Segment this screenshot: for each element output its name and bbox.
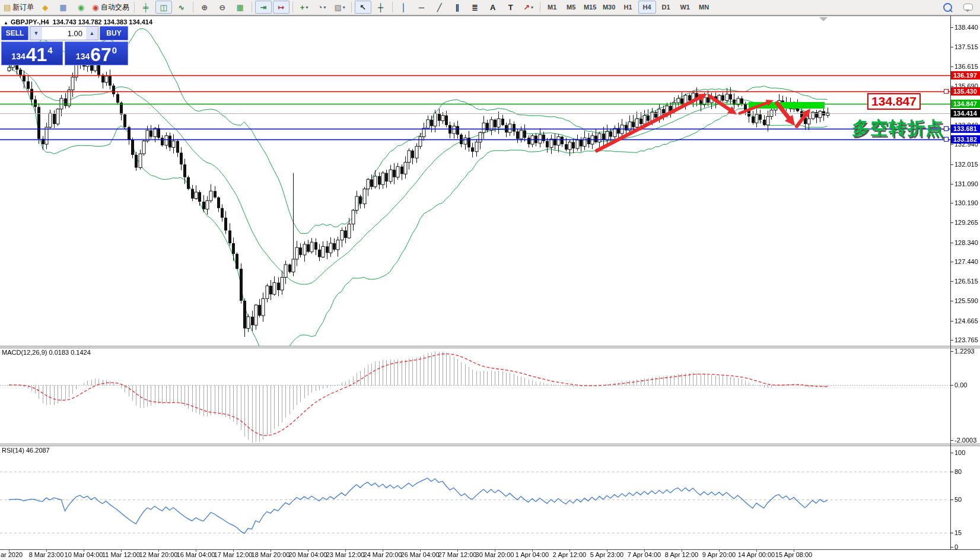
price-axis-tick: 136.615 (954, 63, 978, 70)
turning-point-annotation[interactable]: 多空转折点 (852, 116, 944, 141)
horizontal-line-button[interactable]: ─ (413, 1, 430, 14)
chart-window-icon[interactable]: ▦ (55, 1, 71, 14)
price-axis-tick: 130.190 (954, 199, 978, 206)
text-label-icon: T (508, 3, 513, 12)
timeframe-h1-button[interactable]: H1 (619, 1, 637, 14)
vertical-line-icon: │ (402, 3, 406, 12)
cursor-button[interactable]: ↖ (355, 1, 371, 14)
zoom-out-button[interactable]: ⊖ (214, 1, 231, 14)
volume-decrease-button[interactable]: ▼ (30, 27, 42, 40)
sell-price-panel[interactable]: 134 41 4 (1, 42, 63, 65)
autotrade-button-label: 自动交易 (101, 2, 129, 12)
macd-axis-tick: 1.2293 (954, 348, 975, 355)
signal-icon[interactable]: ◉ (72, 1, 89, 14)
vertical-line-button[interactable]: │ (396, 1, 412, 14)
periods-button-dropdown-icon[interactable]: ▾ (324, 5, 326, 10)
timeframe-w1-button[interactable]: W1 (676, 1, 694, 14)
new-order-icon: ▤ (4, 3, 11, 12)
time-axis-label: 15 Apr 08:00 (767, 551, 820, 558)
sell-price-pip: 4 (47, 45, 52, 55)
macd-axis-tick: -2.0003 (954, 437, 976, 444)
one-click-trading-panel: SELL ▼ 1.00 ▲ BUY 134 41 4 134 67 0 (1, 26, 128, 65)
toolbar: ▤新订单◆▦◉◉自动交易╪◫∿⊕⊖▦⇥↦+▾◔▾▧▾↖┼│─╱∥≣AT↗▾M1M… (0, 0, 980, 15)
tile-windows-button[interactable]: ▦ (232, 1, 249, 14)
text-label-button[interactable]: T (502, 1, 519, 14)
timeframe-m30-button[interactable]: M30 (600, 1, 618, 14)
templates-icon: ▧ (334, 3, 341, 12)
indicators-button-dropdown-icon[interactable]: ▾ (306, 5, 308, 10)
timeframe-d1-button[interactable]: D1 (657, 1, 675, 14)
rsi-axis-tick: 80 (954, 468, 962, 475)
price-axis-tick: 127.440 (954, 258, 978, 265)
ohlc-values: 134.743 134.782 134.383 134.414 (53, 18, 152, 26)
new-order-button[interactable]: ▤新订单 (2, 1, 36, 14)
arrows-button-dropdown-icon[interactable]: ▾ (531, 5, 533, 10)
buy-price-main: 67 (90, 47, 112, 62)
horizontal-line-icon: ─ (419, 3, 424, 12)
zoom-in-button[interactable]: ⊕ (196, 1, 213, 14)
periods-icon: ◔ (318, 3, 323, 12)
fibonacci-button[interactable]: ≣ (467, 1, 483, 14)
collapse-triangle-icon[interactable]: ▲ (4, 20, 8, 26)
bar-chart-button[interactable]: ╪ (138, 1, 154, 14)
price-axis-tick: 125.590 (954, 297, 978, 304)
zoom-in-icon: ⊕ (201, 3, 208, 12)
trendline-button[interactable]: ╱ (431, 1, 448, 14)
price-badge: 135.430 (951, 87, 980, 96)
line-chart-button[interactable]: ∿ (173, 1, 190, 14)
buy-price-panel[interactable]: 134 67 0 (65, 42, 128, 65)
chart-shift-icon: ↦ (278, 3, 284, 12)
periods-button[interactable]: ◔▾ (314, 1, 330, 14)
sell-price-main: 41 (26, 47, 47, 62)
timeframe-mn-button[interactable]: MN (695, 1, 713, 14)
funnel-icon-icon: ◆ (42, 3, 48, 12)
candlestick-chart-icon: ◫ (160, 3, 167, 12)
toolbar-separator (252, 2, 252, 12)
chat-icon (963, 4, 973, 11)
sell-button[interactable]: SELL (1, 26, 28, 40)
tile-windows-icon: ▦ (236, 3, 243, 12)
rsi-label: RSI(14) 46.2087 (2, 447, 50, 454)
toolbar-separator (540, 2, 540, 12)
timeframe-m5-button[interactable]: M5 (562, 1, 580, 14)
volume-increase-button[interactable]: ▲ (86, 27, 98, 40)
rsi-axis-tick: 15 (954, 529, 962, 536)
price-callout-label[interactable]: 134.847 (867, 93, 921, 110)
buy-button[interactable]: BUY (100, 26, 128, 40)
cursor-icon: ↖ (359, 3, 366, 12)
funnel-icon[interactable]: ◆ (37, 1, 53, 14)
price-axis-tick: 126.515 (954, 278, 978, 285)
volume-value[interactable]: 1.00 (42, 27, 86, 40)
bar-chart-icon: ╪ (143, 3, 148, 12)
price-badge: 136.197 (951, 71, 980, 79)
chart-title: ▲GBPJPY-,H4 134.743 134.782 134.383 134.… (4, 18, 152, 26)
macd-label: MACD(12,26,9) 0.0183 0.1424 (2, 349, 91, 356)
timeframe-m1-button[interactable]: M1 (543, 1, 561, 14)
timeframe-m15-button[interactable]: M15 (581, 1, 599, 14)
indicators-button[interactable]: +▾ (296, 1, 313, 14)
candlestick-chart-button[interactable]: ◫ (155, 1, 172, 14)
templates-button[interactable]: ▧▾ (332, 1, 348, 14)
search-button[interactable] (939, 1, 956, 14)
channel-button[interactable]: ∥ (449, 1, 466, 14)
chat-button[interactable] (960, 1, 976, 14)
price-axis-tick: 123.765 (954, 336, 978, 343)
toolbar-separator (134, 2, 135, 12)
chart-canvas[interactable] (0, 0, 980, 560)
crosshair-button[interactable]: ┼ (373, 1, 389, 14)
price-axis-tick: 124.665 (954, 317, 978, 324)
buy-price-pip: 0 (112, 45, 117, 55)
line-chart-icon: ∿ (178, 3, 184, 12)
autotrade-button[interactable]: ◉自动交易 (90, 1, 131, 14)
toolbar-separator (351, 2, 352, 12)
chart-shift-button[interactable]: ↦ (273, 1, 289, 14)
arrows-button[interactable]: ↗▾ (520, 1, 537, 14)
auto-scroll-button[interactable]: ⇥ (255, 1, 272, 14)
templates-button-dropdown-icon[interactable]: ▾ (343, 5, 345, 10)
price-badge: 133.182 (951, 135, 980, 144)
zoom-out-icon: ⊖ (219, 3, 225, 12)
timeframe-h4-button[interactable]: H4 (638, 1, 656, 14)
text-button[interactable]: A (485, 1, 501, 14)
price-axis-tick: 138.440 (954, 24, 978, 31)
signal-icon-icon: ◉ (78, 3, 84, 12)
